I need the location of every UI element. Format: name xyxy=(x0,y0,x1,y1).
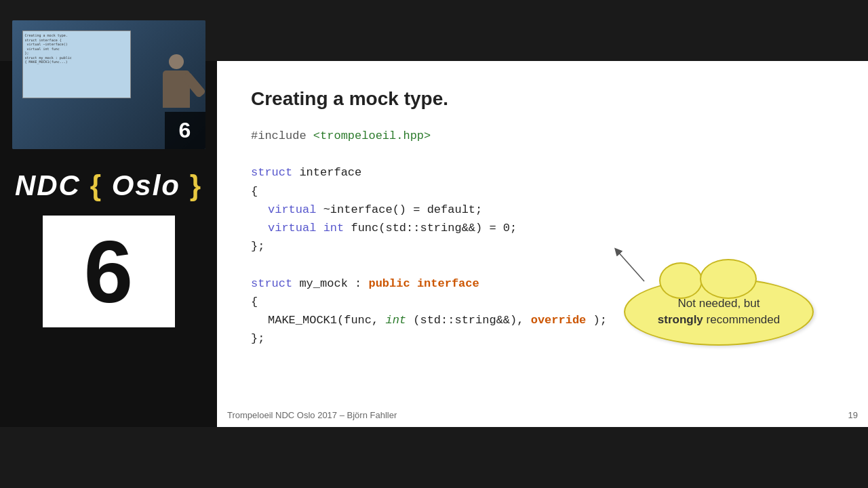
brace-open1-line: { xyxy=(251,182,834,201)
callout-bold: strongly xyxy=(658,313,703,326)
thumbnail-slide-number: 6 xyxy=(165,112,205,149)
callout-recommended: recommended xyxy=(707,313,781,326)
func1: func(std::string&&) = 0; xyxy=(351,222,517,235)
video-thumbnail[interactable]: Creating a mock type. struct interface {… xyxy=(12,20,205,149)
virtual1-line: virtual ~interface() = default; xyxy=(251,201,834,219)
ndc-title: NDC { Oslo } xyxy=(15,169,202,202)
func2-args: (std::string&&), xyxy=(413,314,530,327)
include-keyword: #include xyxy=(251,129,307,142)
include-file: <trompeloeil.hpp> xyxy=(313,129,431,142)
struct1-keyword: struct xyxy=(251,166,292,179)
int2-keyword: int xyxy=(385,314,406,327)
virtual1-keyword: virtual xyxy=(268,203,316,216)
ndc-word: NDC xyxy=(15,169,81,201)
brace-open1: { xyxy=(251,185,258,198)
brace-close2: }; xyxy=(251,332,264,345)
struct1-line: struct interface xyxy=(251,163,834,182)
svg-line-28 xyxy=(617,251,644,281)
slide-preview: Creating a mock type. struct interface {… xyxy=(22,30,131,98)
virtual2-line: virtual int func(std::string&&) = 0; xyxy=(251,219,834,237)
public-keyword: public xyxy=(368,277,410,290)
ndc-brace-open: { xyxy=(90,169,102,201)
make-mock-end: ); xyxy=(593,314,607,327)
brace-close1: }; xyxy=(251,240,264,253)
struct2-name: my_mock : xyxy=(299,277,368,290)
callout-line1: Not needed, but xyxy=(678,297,760,310)
struct2-keyword: struct xyxy=(251,277,292,290)
large-number-badge: 6 xyxy=(43,216,175,327)
make-mock-keyword: MAKE_MOCK1(func, xyxy=(268,314,385,327)
ndc-city: Oslo xyxy=(112,169,180,201)
brace-open2: { xyxy=(251,296,258,308)
include-line: #include <trompeloeil.hpp> xyxy=(251,127,834,145)
callout-bubble: Not needed, but strongly recommended xyxy=(624,278,814,346)
main-slide: Creating a mock type. #include <trompelo… xyxy=(217,61,868,427)
brace-close1-line: }; xyxy=(251,237,834,256)
large-number: 6 xyxy=(84,228,133,316)
virtual2-keyword: virtual xyxy=(268,222,316,235)
left-panel: Creating a mock type. struct interface {… xyxy=(0,0,217,488)
ndc-branding: NDC { Oslo } xyxy=(15,169,202,202)
slide-footer: Trompeloeil NDC Oslo 2017 – Björn Fahlle… xyxy=(217,410,868,420)
slide-title: Creating a mock type. xyxy=(251,88,834,110)
footer-right: 19 xyxy=(848,410,858,420)
callout-container: Not needed, but strongly recommended xyxy=(624,278,814,346)
callout-arrow xyxy=(604,237,658,285)
interface-keyword: interface xyxy=(417,277,479,290)
int1-keyword: int xyxy=(323,222,344,235)
callout-text: Not needed, but strongly recommended xyxy=(658,296,780,328)
override-keyword: override xyxy=(531,314,587,327)
struct1-name: interface xyxy=(299,166,361,179)
destructor: ~interface() = default; xyxy=(323,203,483,216)
ndc-brace-close: } xyxy=(190,169,202,201)
footer-left: Trompeloeil NDC Oslo 2017 – Björn Fahlle… xyxy=(227,410,397,420)
